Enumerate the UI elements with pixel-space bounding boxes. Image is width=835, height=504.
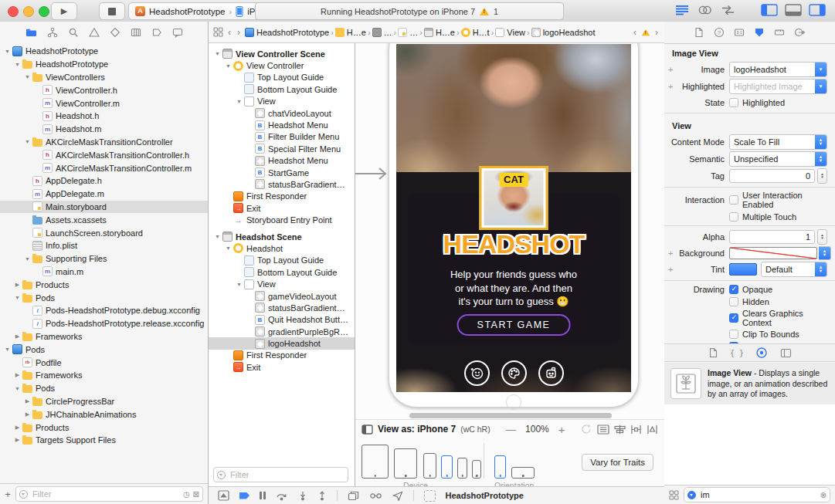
add-file-button[interactable]: + [0,489,15,500]
object-library-tab[interactable] [755,347,768,359]
size-inspector-tab[interactable] [774,27,785,38]
disclosure-triangle[interactable]: ▼ [213,234,222,239]
palette-button[interactable] [501,360,527,386]
disclosure-triangle[interactable]: ▼ [224,245,233,251]
outline-item[interactable]: BQuit Headshot Butt… [209,314,355,326]
outline-item[interactable]: →Exit [209,361,355,373]
align-button[interactable] [614,425,626,435]
clears-graphics-checkbox[interactable] [729,313,738,323]
disclosure-triangle[interactable]: ▼ [235,99,243,104]
forward-button[interactable]: › [236,27,242,38]
disclosure-triangle[interactable]: ▼ [235,282,243,287]
popup-icon[interactable]: ▲▼ [815,135,827,149]
outline-item[interactable]: BFilter Builder Menu [209,131,355,143]
breakpoints-toggle-button[interactable] [239,492,249,499]
file-tree-item[interactable]: iPods-HeadshotPrototype.debug.xcconfig [0,304,208,317]
clear-filter-icon[interactable]: ⊗ [820,491,827,499]
outline-item[interactable]: Bottom Layout Guide [209,83,355,95]
file-tree-item[interactable]: ▶Targets Support Files [0,434,208,447]
add-variation-button[interactable]: + [668,265,673,274]
opaque-checkbox[interactable] [729,285,738,294]
filters-face-button[interactable] [464,360,490,386]
file-tree-item[interactable]: LaunchScreen.storyboard [0,226,208,239]
outline-item[interactable]: Headshot Menu [209,155,355,167]
outline-item[interactable]: ▼View [209,278,355,289]
disclosure-triangle[interactable]: ▼ [3,49,12,54]
file-tree-item[interactable]: mAKCircleMaskTransitionController.m [0,161,208,174]
code-snippet-library-tab[interactable]: { } [731,347,743,358]
library-filter-input[interactable] [699,489,817,500]
iphone-plus-device[interactable] [423,453,436,479]
recent-files-icon[interactable]: ◷ [183,490,190,499]
outline-item[interactable]: statusBarGradient… [209,178,355,190]
warning-icon[interactable] [480,8,489,15]
file-tree-item[interactable]: rbPodfile [0,356,208,369]
disclosure-triangle[interactable]: ▶ [23,411,32,418]
zoom-in-button[interactable]: + [554,423,570,436]
image-combobox[interactable]: logoHeadshot▼ [729,62,827,77]
hide-debug-area-button[interactable] [218,490,229,501]
navigator-filter-input[interactable] [31,489,180,499]
disclosure-triangle[interactable]: ▼ [23,256,32,262]
update-frames-button[interactable] [581,424,592,435]
assistant-editor-button[interactable] [697,3,713,17]
file-tree-item[interactable]: mmain.m [0,266,208,279]
disclosure-triangle[interactable]: ▼ [23,74,32,79]
content-mode-popup[interactable]: Scale To Fill▲▼ [729,134,827,150]
file-tree-item[interactable]: ▶Frameworks [0,369,208,382]
report-navigator-tab[interactable] [172,27,183,38]
file-tree-item[interactable]: hAKCircleMaskTransitionController.h [0,148,208,161]
version-editor-button[interactable] [720,3,736,17]
breadcrumb-item[interactable]: H…e [335,28,366,37]
media-library-tab[interactable] [780,348,792,358]
outline-item[interactable]: →Storyboard Entry Point [209,214,355,225]
resolve-autolayout-button[interactable] [647,425,658,435]
outline-item[interactable]: logoHeadshot [209,337,355,349]
outline-item[interactable]: gameVideoLayout [209,290,355,302]
debug-navigator-tab[interactable] [131,27,141,38]
file-tree-item[interactable]: ▼AKCircleMaskTransitionController [0,136,208,149]
disclosure-triangle[interactable]: ▼ [13,386,22,391]
memory-graph-button[interactable] [369,491,382,501]
disclosure-triangle[interactable]: ▼ [13,62,22,67]
disclosure-triangle[interactable]: ▼ [213,51,222,56]
breadcrumb-item[interactable]: H…t [461,28,490,37]
file-tree-item[interactable]: ▶CircleProgressBar [0,395,208,408]
background-photo-woman[interactable] [396,44,631,172]
tint-color-well[interactable] [729,263,757,276]
view-as-label[interactable]: View as: iPhone 7 [378,424,456,435]
iphone-se-device[interactable] [457,458,467,479]
outline-filter-input[interactable] [229,469,345,480]
landscape-orientation[interactable] [511,467,535,479]
hidden-checkbox[interactable] [729,297,738,306]
alpha-field[interactable]: 1 [729,230,815,244]
disclosure-triangle[interactable]: ▶ [13,437,22,443]
outline-item[interactable]: Bottom Layout Guide [209,266,355,278]
close-window-button[interactable] [8,6,19,17]
outline-item[interactable]: BStartGame [209,167,355,178]
tint-popup[interactable]: Default▲▼ [761,262,827,277]
zoom-level[interactable]: 100% [525,424,549,435]
tag-stepper[interactable]: ▲▼ [817,168,827,184]
identity-inspector-tab[interactable] [734,27,745,38]
outline-item[interactable]: ▼View Controller Scene [209,48,355,59]
outline-item[interactable]: BSpecial Filter Menu [209,143,355,154]
outline-item[interactable]: ▼Headshot Scene [209,231,355,242]
running-app-name[interactable]: HeadshotPrototype [446,491,524,500]
minimize-window-button[interactable] [23,6,34,17]
stop-button[interactable] [99,2,125,20]
zoom-out-button[interactable]: — [501,424,521,435]
outline-item[interactable]: statusBarGradient… [209,302,355,313]
outline-item[interactable]: ▼Headshot [209,242,355,254]
breadcrumb-item[interactable]: … [372,28,392,37]
pause-button[interactable] [260,492,266,499]
ipad-pro-device[interactable] [361,445,389,479]
alpha-stepper[interactable]: ▲▼ [817,229,827,245]
disclosure-triangle[interactable]: ▼ [224,63,233,69]
back-button[interactable]: ‹ [226,27,233,38]
iphone-4s-device[interactable] [472,460,481,479]
storyboard-entry-arrow[interactable] [355,167,391,181]
game-robot-button[interactable] [538,360,564,386]
highlighted-combobox[interactable]: Highlighted Image▼ [729,79,827,94]
clip-to-bounds-checkbox[interactable] [729,330,738,339]
